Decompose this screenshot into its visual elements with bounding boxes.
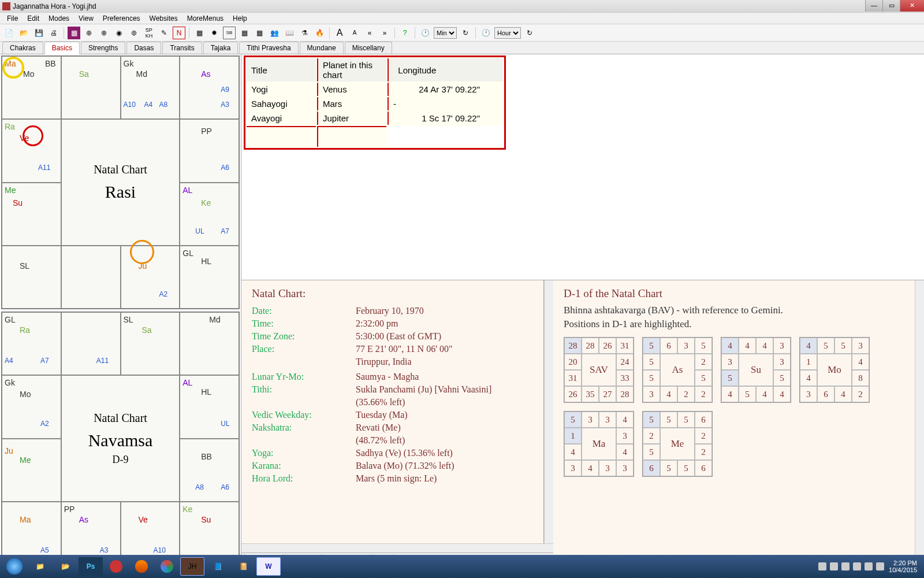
scrollbar-horizontal[interactable] bbox=[241, 543, 553, 553]
taskbar-app1[interactable] bbox=[104, 557, 128, 576]
time-unit-select-1[interactable]: Min bbox=[434, 27, 457, 39]
menu-edit[interactable]: Edit bbox=[23, 13, 44, 24]
taskbar-jhora[interactable]: JH bbox=[180, 557, 204, 576]
font-large-icon[interactable]: A bbox=[333, 27, 346, 39]
toolbar: 📄 📂 💾 🖨 ▦ ⊕ ⊗ ◉ ⊛ SPKH ✎ N ▦ ✹ SB ▦ ▦ 👥 … bbox=[0, 24, 924, 42]
menu-modes[interactable]: Modes bbox=[44, 13, 74, 24]
natal-info-panel: Natal Chart:Date:February 10, 1970Time:2… bbox=[241, 280, 544, 543]
menu-file[interactable]: File bbox=[2, 13, 23, 24]
menu-bar: FileEditModesViewPreferencesWebsitesMore… bbox=[0, 13, 924, 24]
menu-view[interactable]: View bbox=[74, 13, 98, 24]
taskbar: 📁 📂 Ps JH 📘 📔 W 2:20 PM 10/4/2015 bbox=[0, 555, 924, 578]
tray-icon[interactable] bbox=[841, 562, 850, 570]
tray-clock[interactable]: 2:20 PM 10/4/2015 bbox=[889, 560, 917, 573]
close-button[interactable]: ✕ bbox=[900, 0, 924, 12]
scrollbar-vertical[interactable] bbox=[544, 280, 553, 543]
tray-icon[interactable] bbox=[876, 562, 884, 570]
chart-icon-6[interactable]: 👥 bbox=[268, 27, 281, 39]
menu-preferences[interactable]: Preferences bbox=[98, 13, 145, 24]
tool-icon-6[interactable]: SPKH bbox=[143, 27, 155, 39]
tool-icon-5[interactable]: ⊛ bbox=[128, 27, 140, 39]
tray-icon[interactable] bbox=[853, 562, 861, 570]
tray-icon[interactable] bbox=[830, 562, 838, 570]
taskbar-app3[interactable]: 📔 bbox=[231, 557, 255, 576]
tool-icon-n[interactable]: N bbox=[173, 27, 185, 39]
prev-icon[interactable]: « bbox=[363, 27, 376, 39]
taskbar-folder[interactable]: 📂 bbox=[53, 557, 77, 576]
tab-chakras[interactable]: Chakras bbox=[2, 42, 43, 54]
tool-icon-3[interactable]: ⊗ bbox=[98, 27, 110, 39]
window-title: Jagannatha Hora - Yogi.jhd bbox=[13, 2, 96, 10]
tab-basics[interactable]: Basics bbox=[44, 42, 80, 54]
chart-icon-9[interactable]: 🔥 bbox=[313, 27, 326, 39]
maximize-button[interactable]: ▭ bbox=[882, 0, 900, 12]
open-icon[interactable]: 📂 bbox=[17, 27, 30, 39]
yogi-panel: TitlePlanet in this chart LongitudeYogiV… bbox=[241, 54, 924, 280]
tab-transits[interactable]: Transits bbox=[162, 42, 202, 54]
tool-icon-7[interactable]: ✎ bbox=[158, 27, 170, 39]
chart-icon-4[interactable]: ▦ bbox=[238, 27, 251, 39]
font-small-icon[interactable]: A bbox=[348, 27, 361, 39]
tab-miscellany[interactable]: Miscellany bbox=[345, 42, 392, 54]
tab-tithi-pravesha[interactable]: Tithi Pravesha bbox=[239, 42, 298, 54]
help-icon[interactable]: ? bbox=[398, 27, 411, 39]
menu-moremenus[interactable]: MoreMenus bbox=[182, 13, 228, 24]
bav-panel: D-1 of the Natal ChartBhinna ashtakavarg… bbox=[553, 280, 915, 557]
menu-websites[interactable]: Websites bbox=[145, 13, 182, 24]
tool-icon-2[interactable]: ⊕ bbox=[83, 27, 95, 39]
taskbar-explorer[interactable]: 📁 bbox=[28, 557, 52, 576]
tray-icon[interactable] bbox=[865, 562, 873, 570]
go-icon-1[interactable]: ↻ bbox=[459, 27, 472, 39]
print-icon[interactable]: 🖨 bbox=[47, 27, 60, 39]
app-icon bbox=[2, 2, 10, 10]
chart-icon-2[interactable]: ✹ bbox=[208, 27, 221, 39]
tray-icon[interactable] bbox=[818, 562, 826, 570]
chart-icon-3[interactable]: SB bbox=[223, 27, 236, 39]
tab-mundane[interactable]: Mundane bbox=[300, 42, 344, 54]
taskbar-ps[interactable]: Ps bbox=[79, 557, 103, 576]
tool-icon-1[interactable]: ▦ bbox=[68, 27, 80, 39]
go-icon-2[interactable]: ↻ bbox=[523, 27, 536, 39]
start-button[interactable] bbox=[2, 557, 27, 576]
minimize-button[interactable]: — bbox=[865, 0, 882, 12]
save-icon[interactable]: 💾 bbox=[32, 27, 45, 39]
scrollbar-vertical-2[interactable] bbox=[915, 280, 924, 557]
yogi-table: TitlePlanet in this chart LongitudeYogiV… bbox=[244, 55, 506, 150]
next-icon[interactable]: » bbox=[378, 27, 391, 39]
tool-icon-4[interactable]: ◉ bbox=[113, 27, 125, 39]
new-icon[interactable]: 📄 bbox=[2, 27, 15, 39]
navamsa-chart[interactable]: GLRaA7A4A11SLSaMdGkMoA2ALHLULJuMeBBA8A6M… bbox=[1, 312, 240, 565]
title-bar: Jagannatha Hora - Yogi.jhd — ▭ ✕ bbox=[0, 0, 924, 13]
tab-strengths[interactable]: Strengths bbox=[81, 42, 125, 54]
chart-icon-1[interactable]: ▦ bbox=[193, 27, 206, 39]
rasi-chart[interactable]: MaMoBBSaGkMdA8A10A4AsA9A3RaVeA11PPA6MeSu… bbox=[1, 55, 240, 309]
clock-icon-1[interactable]: 🕐 bbox=[419, 27, 431, 39]
taskbar-chrome[interactable] bbox=[155, 557, 179, 576]
main-tabstrip: ChakrasBasicsStrengthsDasasTransitsTajak… bbox=[0, 42, 924, 54]
menu-help[interactable]: Help bbox=[228, 13, 252, 24]
chart-icon-5[interactable]: ▦ bbox=[253, 27, 266, 39]
tab-dasas[interactable]: Dasas bbox=[126, 42, 161, 54]
chart-icon-8[interactable]: ⚗ bbox=[298, 27, 311, 39]
taskbar-firefox[interactable] bbox=[129, 557, 154, 576]
taskbar-word[interactable]: W bbox=[256, 557, 281, 576]
tab-tajaka[interactable]: Tajaka bbox=[203, 42, 239, 54]
time-unit-select-2[interactable]: Hour bbox=[494, 27, 521, 39]
taskbar-app2[interactable]: 📘 bbox=[206, 557, 230, 576]
chart-icon-7[interactable]: 📖 bbox=[283, 27, 296, 39]
clock-icon-2[interactable]: 🕐 bbox=[479, 27, 492, 39]
